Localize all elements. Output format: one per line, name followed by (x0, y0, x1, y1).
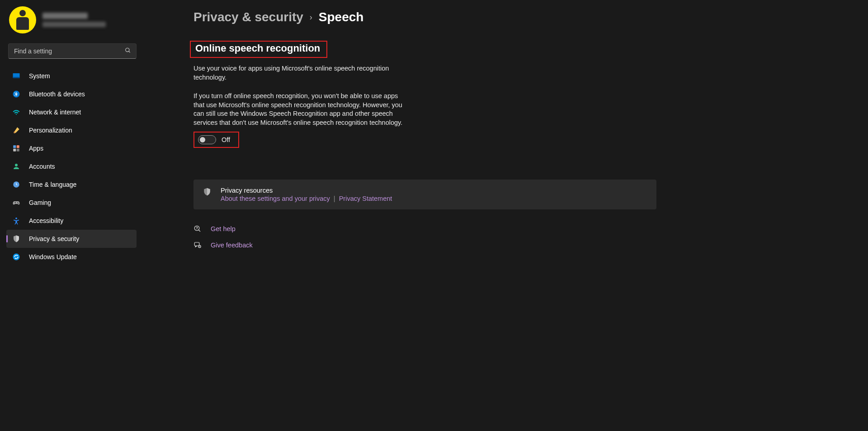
svg-point-16 (197, 229, 197, 230)
footer-links: Get help Give feedback (193, 225, 850, 249)
sidebar-item-label: Gaming (29, 199, 51, 206)
accounts-icon (12, 162, 21, 171)
svg-rect-7 (13, 149, 16, 152)
get-help-label: Get help (211, 225, 236, 232)
privacy-icon (12, 234, 21, 243)
sidebar-item-system[interactable]: System (6, 67, 137, 85)
resources-title: Privacy resources (221, 187, 392, 194)
sidebar-item-label: System (29, 72, 50, 80)
sidebar-item-apps[interactable]: Apps (6, 139, 137, 157)
sidebar-item-network[interactable]: Network & internet (6, 103, 137, 121)
help-icon (193, 225, 202, 233)
svg-rect-6 (17, 145, 19, 148)
sidebar-item-label: Apps (29, 145, 43, 152)
sidebar-item-label: Network & internet (29, 109, 81, 116)
sidebar-item-accounts[interactable]: Accounts (6, 157, 137, 175)
svg-point-12 (18, 203, 19, 204)
apps-icon (12, 144, 21, 153)
sidebar-search (8, 43, 137, 59)
sidebar-item-time-language[interactable]: Time & language (6, 175, 137, 194)
network-icon (12, 108, 21, 117)
time-language-icon (12, 180, 21, 189)
windows-update-icon (12, 252, 21, 261)
sidebar-item-label: Bluetooth & devices (29, 90, 85, 98)
system-icon (12, 71, 21, 81)
gaming-icon (12, 198, 21, 207)
svg-point-0 (126, 48, 129, 52)
profile-email-redacted (42, 22, 106, 27)
section-description-2: If you turn off online speech recognitio… (193, 92, 406, 127)
profile-text (42, 13, 106, 27)
accessibility-icon (12, 216, 21, 225)
toggle-knob (200, 137, 205, 142)
profile-name-redacted (42, 13, 88, 19)
breadcrumb-current: Speech (319, 10, 364, 24)
give-feedback-label: Give feedback (211, 242, 253, 249)
section-title: Online speech recognition (195, 43, 320, 54)
svg-rect-8 (17, 149, 19, 152)
personalization-icon (12, 126, 21, 135)
sidebar-item-label: Accessibility (29, 217, 63, 224)
shield-icon (203, 187, 212, 198)
avatar (9, 6, 36, 33)
svg-rect-17 (194, 242, 199, 246)
chevron-right-icon: › (310, 13, 312, 22)
sidebar-item-windows-update[interactable]: Windows Update (6, 248, 137, 266)
sidebar-item-label: Personalization (29, 127, 72, 134)
sidebar-item-label: Time & language (29, 181, 76, 188)
svg-point-14 (13, 254, 20, 260)
sidebar-item-gaming[interactable]: Gaming (6, 194, 137, 212)
link-separator: | (332, 195, 337, 202)
sidebar-item-privacy-security[interactable]: Privacy & security (6, 230, 137, 248)
search-icon[interactable] (125, 47, 131, 55)
sidebar-item-accessibility[interactable]: Accessibility (6, 212, 137, 230)
sidebar-item-bluetooth[interactable]: Bluetooth & devices (6, 85, 137, 103)
online-speech-toggle[interactable] (198, 135, 216, 144)
sidebar: System Bluetooth & devices Network & int… (0, 0, 140, 431)
toggle-highlight: Off (193, 132, 239, 148)
breadcrumb-parent[interactable]: Privacy & security (193, 10, 303, 24)
search-input[interactable] (8, 43, 137, 59)
sidebar-item-label: Privacy & security (29, 235, 79, 242)
about-settings-link[interactable]: About these settings and your privacy (221, 195, 330, 202)
svg-point-13 (15, 218, 17, 219)
sidebar-item-label: Accounts (29, 163, 55, 170)
sidebar-item-personalization[interactable]: Personalization (6, 121, 137, 139)
feedback-icon (193, 241, 202, 249)
get-help-link[interactable]: Get help (193, 225, 850, 233)
svg-line-1 (129, 51, 130, 52)
privacy-resources-card: Privacy resources About these settings a… (193, 180, 656, 209)
profile-block[interactable] (6, 6, 140, 42)
bluetooth-icon (12, 90, 21, 99)
toggle-state-label: Off (222, 136, 230, 143)
main-content: Privacy & security › Speech Online speec… (140, 0, 868, 431)
svg-point-11 (17, 202, 18, 203)
privacy-statement-link[interactable]: Privacy Statement (339, 195, 392, 202)
give-feedback-link[interactable]: Give feedback (193, 241, 850, 249)
svg-point-9 (15, 164, 18, 166)
svg-rect-3 (13, 77, 20, 78)
sidebar-item-label: Windows Update (29, 253, 77, 260)
svg-rect-5 (13, 145, 16, 148)
sidebar-nav: System Bluetooth & devices Network & int… (6, 65, 140, 266)
section-title-highlight: Online speech recognition (190, 41, 327, 58)
breadcrumb: Privacy & security › Speech (193, 10, 850, 24)
section-description-1: Use your voice for apps using Microsoft'… (193, 64, 406, 82)
